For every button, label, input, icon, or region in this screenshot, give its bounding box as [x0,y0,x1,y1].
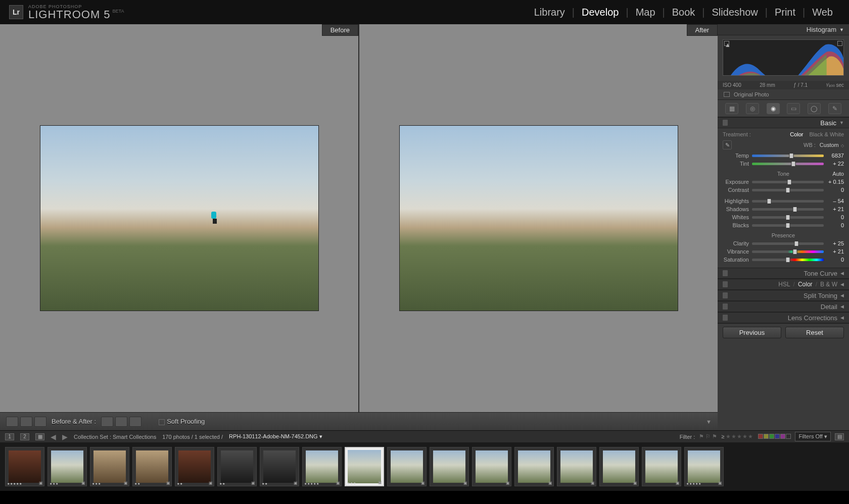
develop-panel: Histogram▼ ▲ ISO 40028 mmƒ / 7.1¹⁄₂₀₀ se… [718,24,849,430]
filmstrip[interactable]: ★★★★★▣★★★▣★★★▣★★▣★★▣★★▣★★▣★★★★★▣★★★▣▣▣▣▣… [0,442,849,491]
filter-lock-icon[interactable]: ▤ [835,433,844,440]
thumbnail[interactable]: ▣ [430,447,469,486]
collection-path[interactable]: Collection Set : Smart Collections [74,434,156,440]
whites-slider[interactable]: Whites 0 [723,213,844,221]
clarity-slider[interactable]: Clarity + 25 [723,239,844,247]
temp-slider[interactable]: Temp 6837 [723,152,844,160]
vibrance-slider[interactable]: Vibrance + 21 [723,247,844,256]
previous-button[interactable]: Previous [723,327,781,338]
thumbnail[interactable]: ★★★▣ [48,447,87,486]
saturation-slider[interactable]: Saturation 0 [723,256,844,264]
highlight-clip-icon[interactable] [837,41,842,46]
thumbnail[interactable]: ▣ [642,447,681,486]
photo-count: 170 photos / 1 selected / [162,434,223,440]
filters-off-dropdown[interactable]: Filters Off ▾ [795,432,831,441]
before-label: Before [322,24,358,36]
wb-eyedropper-icon[interactable]: ✎ [723,140,732,149]
soft-proofing-toggle[interactable]: Soft Proofing [159,418,205,425]
swap-button[interactable] [101,417,113,427]
module-slideshow[interactable]: Slideshow [705,7,765,18]
thumbnail[interactable]: ★★▣ [217,447,257,486]
lens-corrections-header[interactable]: Lens Corrections◀ [718,312,849,323]
tint-slider[interactable]: Tint + 22 [723,160,844,168]
thumbnail[interactable]: ▣ [514,447,554,486]
module-library[interactable]: Library [527,7,572,18]
module-book[interactable]: Book [665,7,702,18]
wb-dropdown[interactable]: Custom ◇ [820,142,844,148]
grid-icon[interactable]: ▦ [35,433,44,440]
contrast-slider[interactable]: Contrast 0 [723,186,844,194]
redeye-tool-icon[interactable]: ◉ [767,103,780,114]
canvas-toolbar: Before & After : Soft Proofing ▼ [0,412,718,430]
copy-after-button[interactable] [129,417,142,427]
treatment-color[interactable]: Color [790,131,803,137]
presence-title: Presence [723,232,844,238]
before-pane: Before [0,24,358,412]
canvas-area: Before After Before & After : [0,24,718,430]
spot-tool-icon[interactable]: ◎ [746,103,759,114]
module-develop[interactable]: Develop [575,7,626,18]
copy-before-button[interactable] [115,417,127,427]
detail-header[interactable]: Detail◀ [718,301,849,312]
filter-label: Filter : [680,434,695,440]
shadows-slider[interactable]: Shadows + 21 [723,205,844,213]
thumbnail[interactable]: ★★★★★▣ [684,447,724,486]
grad-filter-icon[interactable]: ▭ [787,103,800,114]
after-photo[interactable] [399,125,678,311]
thumbnail[interactable]: ★★★★★▣ [5,447,44,486]
thumbnail[interactable]: ★★★▣ [90,447,129,486]
nav-fwd-icon[interactable]: ▶ [62,433,68,441]
color-filter[interactable] [758,434,791,440]
top-bar: Lr ADOBE PHOTOSHOP LIGHTROOM 5BETA Libra… [0,0,849,24]
thumbnail[interactable]: ★★▣ [260,447,299,486]
compare-split-button[interactable] [34,417,46,427]
treatment-bw[interactable]: Black & White [810,131,844,137]
flag-filter-icon[interactable]: ⚑ ⚐ ⚑ [699,433,717,440]
module-print[interactable]: Print [768,7,803,18]
thumbnail[interactable]: ★★★▣ [345,447,384,486]
thumbnail[interactable]: ★★★★★▣ [302,447,342,486]
histogram[interactable]: ▲ [718,35,849,81]
auto-tone-button[interactable]: Auto [832,171,844,177]
rating-filter[interactable]: ≥ ★★★★★ [721,433,753,440]
treatment-label: Treatment : [723,131,751,137]
thumbnail[interactable]: ★★▣ [175,447,214,486]
shadow-clip-icon[interactable]: ▲ [724,41,729,46]
radial-filter-icon[interactable]: ◯ [808,103,821,114]
wb-label: WB : [804,142,816,148]
thumbnail[interactable]: ▣ [387,447,427,486]
nav-back-icon[interactable]: ◀ [51,433,56,441]
hsl-header[interactable]: HSL/ Color/ B & W ◀ [718,279,849,290]
thumbnail[interactable]: ▣ [557,447,596,486]
tone-curve-header[interactable]: Tone Curve◀ [718,268,849,279]
tool-strip: ▦ ◎ ◉ ▭ ◯ ✎ [718,100,849,117]
thumbnail[interactable]: ★★▣ [132,447,172,486]
histogram-header[interactable]: Histogram▼ [718,24,849,35]
reset-button[interactable]: Reset [785,327,844,338]
compare-view-button[interactable] [20,417,32,427]
before-photo[interactable] [40,125,319,311]
filename[interactable]: RPH-130112-Adobe-NM-7452.DNG ▾ [229,433,322,440]
secondary-display-button[interactable]: 2 [20,433,29,440]
crop-tool-icon[interactable]: ▦ [725,103,738,114]
exposure-meta: ISO 40028 mmƒ / 7.1¹⁄₂₀₀ sec [718,81,849,89]
toolbar-menu-icon[interactable]: ▼ [706,419,712,425]
before-after-label: Before & After : [52,418,96,425]
blacks-slider[interactable]: Blacks 0 [723,221,844,229]
original-photo-toggle[interactable]: Original Photo [718,89,849,100]
panel-switch-icon[interactable] [723,120,728,126]
thumbnail[interactable]: ▣ [599,447,639,486]
thumbnail[interactable]: ▣ [472,447,511,486]
primary-display-button[interactable]: 1 [5,433,14,440]
brush-tool-icon[interactable]: ✎ [828,103,841,114]
split-toning-header[interactable]: Split Toning◀ [718,290,849,301]
highlights-slider[interactable]: Highlights – 54 [723,197,844,205]
module-map[interactable]: Map [629,7,663,18]
secondary-toolbar: 1 2 ▦ ◀ ▶ Collection Set : Smart Collect… [0,430,849,442]
exposure-slider[interactable]: Exposure + 0.15 [723,178,844,186]
module-web[interactable]: Web [805,7,840,18]
tone-title: Tone [777,171,789,177]
basic-header[interactable]: Basic▼ [718,117,849,128]
loupe-view-button[interactable] [6,417,18,427]
app-logo: Lr [9,5,23,19]
